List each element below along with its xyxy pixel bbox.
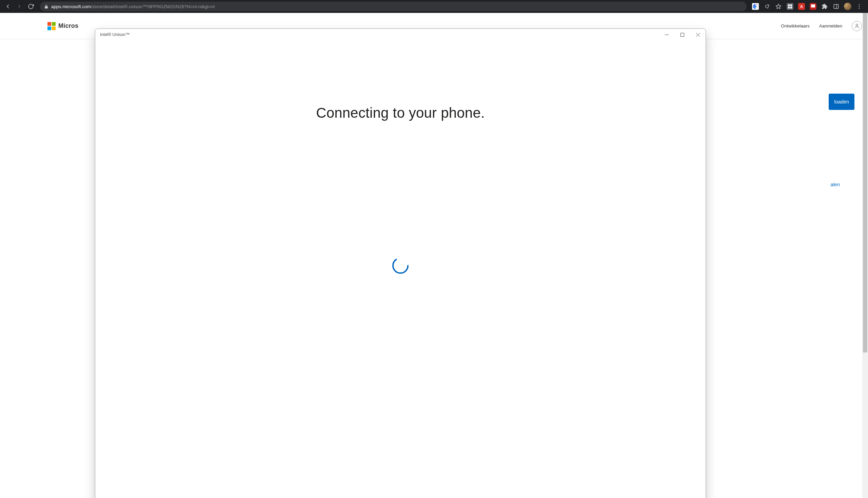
minimize-button[interactable] (659, 29, 675, 40)
google-translate-icon[interactable] (751, 2, 760, 11)
app-title: Intel® Unison™ (100, 32, 130, 37)
account-icon[interactable] (852, 21, 862, 31)
profile-avatar-icon[interactable] (843, 2, 852, 11)
svg-point-12 (856, 24, 858, 26)
extension-red-1-icon[interactable]: A (797, 2, 806, 11)
loading-spinner (392, 257, 409, 276)
ms-logo-link[interactable]: Micros (0, 22, 78, 30)
svg-rect-4 (790, 4, 792, 6)
maximize-button[interactable] (675, 29, 690, 40)
nav-developers[interactable]: Ontwikkelaars (781, 23, 810, 28)
nav-sign-in[interactable]: Aanmelden (819, 23, 842, 28)
svg-rect-7 (834, 4, 839, 9)
spinner-icon (392, 257, 409, 274)
svg-point-17 (393, 258, 408, 273)
svg-point-1 (755, 5, 757, 8)
download-button-text: loaden (834, 99, 849, 104)
connecting-heading: Connecting to your phone. (316, 105, 485, 121)
ms-brand-text: Micros (58, 22, 78, 29)
intel-unison-window: Intel® Unison™ Connecting to your phone. (95, 28, 706, 498)
back-button[interactable] (3, 1, 13, 12)
side-panel-icon[interactable] (831, 2, 841, 11)
page-viewport: Micros Ontwikkelaars Aanmelden loaden al… (0, 13, 868, 498)
extension-red-2-icon[interactable] (808, 2, 818, 11)
microsoft-logo-icon (48, 22, 56, 30)
extensions-puzzle-icon[interactable] (820, 2, 829, 11)
forward-button[interactable] (14, 1, 24, 12)
app-body: Connecting to your phone. (95, 40, 706, 498)
url-path: /store/detail/intel®-unison™/9PP9GZM2GN2… (91, 4, 215, 9)
svg-point-9 (859, 4, 860, 5)
scrollbar-thumb[interactable] (863, 13, 867, 353)
kebab-menu-icon[interactable] (854, 2, 864, 11)
close-button[interactable] (690, 29, 706, 40)
svg-rect-5 (788, 7, 790, 9)
sidebar-link-partial[interactable]: alen (831, 182, 840, 187)
lock-icon (44, 4, 49, 9)
svg-marker-2 (776, 4, 781, 9)
page-scrollbar[interactable] (862, 13, 868, 498)
address-text: apps.microsoft.com/store/detail/intel®-u… (51, 4, 215, 9)
svg-rect-6 (790, 7, 792, 9)
browser-action-icons: A (751, 2, 865, 11)
svg-rect-3 (788, 4, 790, 6)
download-button-partial[interactable]: loaden (829, 94, 854, 110)
browser-top-bar: apps.microsoft.com/store/detail/intel®-u… (0, 0, 868, 13)
extension-reading-list-icon[interactable] (785, 2, 795, 11)
svg-rect-14 (681, 33, 684, 36)
address-bar[interactable]: apps.microsoft.com/store/detail/intel®-u… (40, 2, 747, 11)
svg-point-10 (859, 6, 860, 7)
svg-point-11 (859, 8, 860, 9)
share-icon[interactable] (762, 2, 772, 11)
app-titlebar[interactable]: Intel® Unison™ (95, 29, 706, 40)
url-host: apps.microsoft.com (51, 4, 91, 9)
bookmark-star-icon[interactable] (774, 2, 783, 11)
reload-button[interactable] (26, 1, 36, 12)
